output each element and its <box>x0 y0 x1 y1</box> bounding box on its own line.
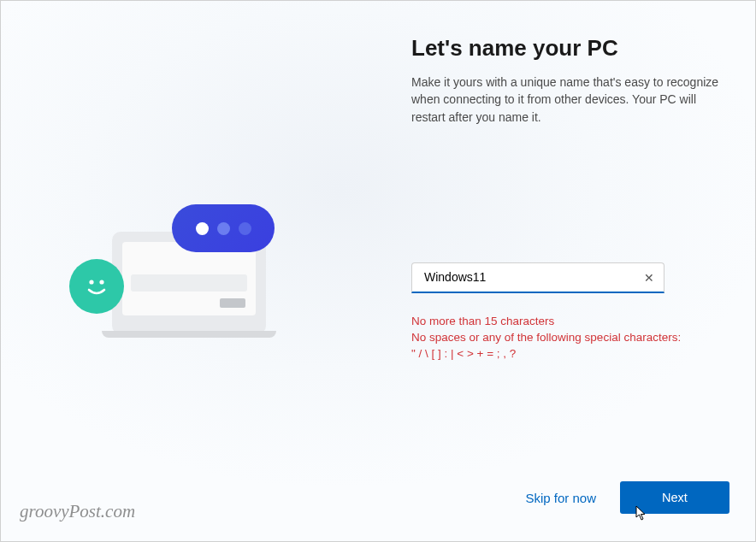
smiley-face-icon <box>69 259 124 314</box>
validation-message: No more than 15 characters No spaces or … <box>411 314 719 362</box>
svg-point-1 <box>99 280 103 284</box>
footer-actions: Skip for now Next <box>525 481 729 514</box>
chat-bubble-icon <box>172 204 275 252</box>
illustration <box>69 206 292 351</box>
validation-line: " / \ [ ] : | < > + = ; , ? <box>411 346 719 362</box>
validation-line: No spaces or any of the following specia… <box>411 330 719 346</box>
typing-dot <box>196 222 209 235</box>
mock-input-bar <box>131 274 247 292</box>
pc-name-input[interactable] <box>411 262 664 293</box>
mock-button <box>220 298 245 308</box>
page-subtitle: Make it yours with a unique name that's … <box>411 74 719 126</box>
pc-name-input-wrap: ✕ <box>411 262 664 293</box>
close-icon: ✕ <box>644 271 654 285</box>
svg-point-0 <box>89 280 93 284</box>
next-button[interactable]: Next <box>620 481 729 514</box>
skip-link[interactable]: Skip for now <box>525 491 596 505</box>
form-panel: Let's name your PC Make it yours with a … <box>411 35 719 362</box>
typing-dot <box>239 222 251 235</box>
oobe-page: Let's name your PC Make it yours with a … <box>1 1 755 541</box>
laptop-base <box>102 331 276 338</box>
watermark: groovyPost.com <box>20 501 135 522</box>
clear-input-button[interactable]: ✕ <box>639 268 659 288</box>
typing-dot <box>217 222 230 235</box>
validation-line: No more than 15 characters <box>411 314 719 330</box>
page-title: Let's name your PC <box>411 35 719 62</box>
